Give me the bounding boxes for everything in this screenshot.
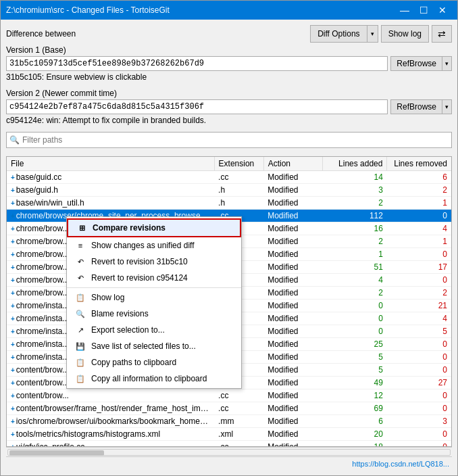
table-row[interactable]: +content/brow... .cc Modified 12 0 bbox=[7, 389, 451, 402]
ctx-item-copy-paths[interactable]: 📋 Copy paths to clipboard bbox=[67, 354, 241, 371]
refresh-icon: ⇄ bbox=[438, 28, 446, 39]
ctx-item-revert-c954124[interactable]: ↶ Revert to revision c954124 bbox=[67, 270, 241, 286]
cell-lines-removed: 0 bbox=[387, 428, 451, 441]
cell-action: Modified bbox=[263, 351, 323, 364]
cell-lines-removed: 0 bbox=[387, 210, 451, 222]
ctx-item-copy-all-info[interactable]: 📋 Copy all information to clipboard bbox=[67, 371, 241, 387]
table-header-row: File Extension Action Lines added Lines … bbox=[7, 157, 451, 171]
ctx-item-show-log[interactable]: 📋 Show log bbox=[67, 289, 241, 306]
file-icon: + bbox=[11, 379, 15, 387]
cell-lines-added: 5 bbox=[323, 351, 387, 364]
table-row[interactable]: +ui/gfx/icc_profile.cc .cc Modified 18 0 bbox=[7, 441, 451, 448]
col-header-file[interactable]: File bbox=[7, 157, 214, 171]
cell-action: Modified bbox=[263, 338, 323, 351]
ctx-icon-blame-revisions: 🔍 bbox=[75, 308, 86, 319]
file-icon: + bbox=[11, 199, 15, 207]
table-row[interactable]: +content/browser/frame_host/render_frame… bbox=[7, 402, 451, 415]
scroll-track[interactable] bbox=[7, 449, 451, 456]
diff-label: Difference between bbox=[6, 29, 76, 39]
cell-action: Modified bbox=[263, 377, 323, 389]
cell-lines-removed: 5 bbox=[387, 325, 451, 338]
cell-lines-added: 12 bbox=[323, 389, 387, 402]
file-icon: + bbox=[11, 302, 15, 310]
ctx-label-copy-all-info: Copy all information to clipboard bbox=[91, 374, 207, 383]
ctx-item-compare-revisions[interactable]: ⊞ Compare revisions bbox=[67, 218, 241, 237]
cell-action: Modified bbox=[263, 184, 323, 197]
ctx-label-show-unified-diff: Show changes as unified diff bbox=[91, 241, 195, 250]
cell-ext: .cc bbox=[214, 389, 263, 402]
refbrowse1-dropdown[interactable]: ▾ bbox=[442, 56, 452, 71]
cell-ext: .xml bbox=[214, 428, 263, 441]
cell-action: Modified bbox=[263, 428, 323, 441]
ctx-icon-save-list: 💾 bbox=[75, 341, 86, 352]
ctx-icon-show-log: 📋 bbox=[75, 292, 86, 303]
cell-ext: .mm bbox=[214, 415, 263, 428]
col-header-lines-added[interactable]: Lines added bbox=[323, 157, 387, 171]
refbrowse2-button[interactable]: RefBrowse bbox=[390, 99, 442, 114]
close-button[interactable]: ✕ bbox=[433, 1, 452, 20]
table-row[interactable]: +base/guid.cc .cc Modified 14 6 bbox=[7, 171, 451, 184]
table-row[interactable]: +ios/chrome/browser/ui/bookmarks/bookmar… bbox=[7, 415, 451, 428]
ctx-item-show-unified-diff[interactable]: ≡ Show changes as unified diff bbox=[67, 237, 241, 254]
cell-lines-added: 25 bbox=[323, 338, 387, 351]
table-row[interactable]: +base/win/win_util.h .h Modified 2 1 bbox=[7, 197, 451, 210]
ctx-label-blame-revisions: Blame revisions bbox=[91, 309, 149, 318]
cell-lines-removed: 0 bbox=[387, 441, 451, 448]
refbrowse1-button[interactable]: RefBrowse bbox=[390, 56, 442, 71]
context-menu: ⊞ Compare revisions ≡ Show changes as un… bbox=[66, 216, 242, 389]
table-row[interactable]: +tools/metrics/histograms/histograms.xml… bbox=[7, 428, 451, 441]
cell-lines-added: 0 bbox=[323, 312, 387, 325]
cell-action: Modified bbox=[263, 171, 323, 184]
col-header-extension[interactable]: Extension bbox=[214, 157, 263, 171]
window-controls: — ☐ ✕ bbox=[395, 1, 452, 20]
refresh-button[interactable]: ⇄ bbox=[432, 25, 452, 43]
status-link[interactable]: https://blog.csdn.net/LQ818... bbox=[352, 460, 449, 468]
filter-input[interactable] bbox=[22, 135, 449, 145]
ctx-label-compare-revisions: Compare revisions bbox=[93, 223, 166, 233]
cell-action: Modified bbox=[263, 441, 323, 448]
cell-lines-removed: 0 bbox=[387, 402, 451, 415]
cell-lines-added: 20 bbox=[323, 428, 387, 441]
maximize-button[interactable]: ☐ bbox=[414, 1, 433, 20]
cell-lines-removed: 0 bbox=[387, 389, 451, 402]
ctx-item-save-list[interactable]: 💾 Save list of selected files to... bbox=[67, 338, 241, 354]
cell-lines-removed: 0 bbox=[387, 274, 451, 287]
ctx-label-copy-paths: Copy paths to clipboard bbox=[91, 358, 176, 367]
ctx-icon-compare-revisions: ⊞ bbox=[76, 222, 87, 233]
ctx-item-revert-31b5c10[interactable]: ↶ Revert to revision 31b5c10 bbox=[67, 254, 241, 270]
cell-ext: .cc bbox=[214, 171, 263, 184]
diff-options-button[interactable]: Diff Options bbox=[310, 25, 367, 43]
file-icon: + bbox=[11, 392, 15, 400]
version2-input[interactable] bbox=[6, 99, 388, 114]
version2-section: Version 2 (Newer commit time) RefBrowse … bbox=[6, 89, 452, 129]
file-icon: + bbox=[11, 418, 15, 425]
col-header-action[interactable]: Action bbox=[263, 157, 323, 171]
file-icon: + bbox=[11, 341, 15, 348]
ctx-item-export-selection[interactable]: ↗ Export selection to... bbox=[67, 322, 241, 338]
cell-ext: .h bbox=[214, 184, 263, 197]
cell-lines-added: 3 bbox=[323, 184, 387, 197]
refbrowse2-dropdown[interactable]: ▾ bbox=[442, 99, 452, 114]
ctx-item-blame-revisions[interactable]: 🔍 Blame revisions bbox=[67, 306, 241, 322]
scroll-thumb[interactable] bbox=[9, 450, 104, 456]
ctx-icon-show-unified-diff: ≡ bbox=[75, 240, 86, 251]
version1-label: Version 1 (Base) bbox=[6, 45, 452, 55]
cell-lines-removed: 4 bbox=[387, 312, 451, 325]
version2-label: Version 2 (Newer commit time) bbox=[6, 89, 452, 98]
diff-options-dropdown[interactable]: ▾ bbox=[367, 25, 378, 43]
minimize-button[interactable]: — bbox=[395, 1, 414, 20]
version1-input[interactable] bbox=[6, 56, 388, 71]
file-icon: + bbox=[11, 264, 15, 271]
diff-header-row: Difference between Diff Options ▾ Show l… bbox=[6, 25, 452, 43]
status-bar: https://blog.csdn.net/LQ818... bbox=[6, 456, 452, 470]
show-log-button[interactable]: Show log bbox=[381, 25, 429, 43]
horizontal-scrollbar[interactable] bbox=[6, 447, 452, 456]
file-icon: + bbox=[11, 354, 15, 361]
table-row[interactable]: +base/guid.h .h Modified 3 2 bbox=[7, 184, 451, 197]
version2-desc: c954124e: win: Attempt to fix compile in… bbox=[6, 116, 452, 125]
cell-lines-removed: 0 bbox=[387, 248, 451, 261]
cell-file: +base/guid.h bbox=[7, 184, 214, 197]
ctx-label-export-selection: Export selection to... bbox=[91, 325, 165, 335]
file-icon: + bbox=[11, 187, 15, 194]
col-header-lines-removed[interactable]: Lines removed bbox=[387, 157, 451, 171]
